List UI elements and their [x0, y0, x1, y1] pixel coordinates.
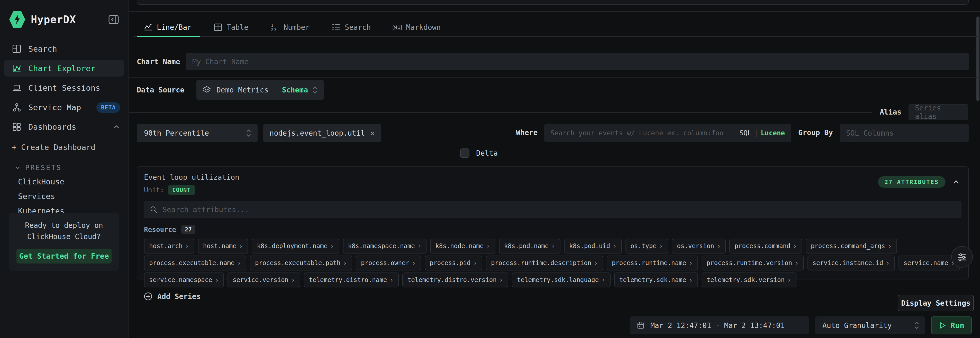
data-source-select[interactable]: Demo Metrics Schema — [196, 80, 324, 100]
chevron-right-icon: › — [795, 259, 799, 267]
chevron-right-icon: › — [412, 259, 416, 267]
attribute-chip[interactable]: k8s.deployment.name › — [252, 239, 339, 254]
attribute-chip[interactable]: telemetry.distro.name › — [304, 273, 399, 287]
add-series-button[interactable]: Add Series — [143, 292, 201, 301]
schema-link[interactable]: Schema — [282, 86, 308, 94]
attribute-chip[interactable]: k8s.node.name › — [430, 239, 495, 254]
metric-name: nodejs.event_loop.util — [270, 129, 365, 137]
chart-name-input[interactable]: My Chart Name — [186, 53, 969, 70]
attribute-chip[interactable]: telemetry.sdk.version › — [702, 273, 797, 287]
granularity-select[interactable]: Auto Granularity — [815, 316, 925, 335]
chevron-up-icon[interactable] — [952, 178, 961, 186]
toggle-separator: | — [751, 129, 761, 137]
attribute-chip[interactable]: host.arch › — [144, 239, 194, 254]
aggregation-select[interactable]: 90th Percentile — [137, 124, 258, 142]
markdown-icon — [393, 22, 402, 32]
sidebar-item-client-sessions[interactable]: Client Sessions — [4, 79, 124, 96]
create-dashboard-button[interactable]: + Create Dashboard — [12, 143, 128, 152]
metric-chip[interactable]: nodejs.event_loop.util × — [263, 124, 381, 142]
tab-markdown[interactable]: Markdown — [393, 20, 441, 35]
alias-label: Alias — [880, 108, 901, 116]
attribute-chip[interactable]: process.executable.name › — [144, 255, 246, 270]
tab-label: Markdown — [406, 23, 441, 32]
data-source-label: Data Source — [137, 86, 185, 94]
sidebar-item-search[interactable]: Search — [4, 41, 124, 57]
attribute-chip[interactable]: k8s.pod.name › — [499, 239, 560, 254]
floating-action-button[interactable] — [951, 246, 973, 268]
svg-text:2: 2 — [271, 27, 274, 32]
attribute-chip[interactable]: service.version › — [228, 273, 300, 287]
scrollbar-thumb[interactable] — [977, 16, 980, 101]
sidebar-item-dashboards[interactable]: Dashboards — [4, 119, 124, 135]
select-chevrons-icon — [913, 320, 920, 330]
alias-input[interactable]: Series alias — [908, 104, 968, 120]
group-by-input[interactable]: SQL Columns — [840, 124, 969, 142]
attribute-chip[interactable]: k8s.namespace.name › — [343, 239, 427, 254]
sql-option[interactable]: SQL — [739, 129, 751, 137]
query-controls-row: Mar 2 12:47:01 - Mar 2 13:47:01 Auto Gra… — [630, 316, 972, 335]
tab-line-bar[interactable]: Line/Bar — [143, 20, 191, 35]
attribute-chip[interactable]: process.command_args › — [806, 239, 897, 254]
attribute-chip[interactable]: host.name › — [198, 239, 248, 254]
where-search-input[interactable]: Search your events w/ Lucene ex. column:… — [544, 124, 791, 142]
attribute-chip-label: process.command — [735, 243, 790, 250]
attribute-chip[interactable]: telemetry.sdk.language › — [512, 273, 611, 287]
attribute-chip[interactable]: process.runtime.version › — [702, 255, 804, 270]
logo-row: HyperDX — [0, 0, 128, 28]
lucene-option[interactable]: Lucene — [761, 129, 785, 137]
attribute-chip[interactable]: process.executable.path › — [250, 255, 352, 270]
tab-number[interactable]: 123 Number — [270, 20, 310, 35]
delta-checkbox[interactable] — [460, 148, 469, 158]
attribute-chip[interactable]: process.owner › — [356, 255, 421, 270]
attribute-search-placeholder: Search attributes... — [162, 205, 249, 214]
attribute-chip[interactable]: k8s.pod.uid › — [564, 239, 622, 254]
tab-table[interactable]: Table — [213, 20, 248, 35]
display-settings-button[interactable]: Display Settings — [898, 295, 974, 311]
attribute-chip[interactable]: service.namespace › — [144, 273, 224, 287]
chevron-right-icon: › — [612, 242, 617, 250]
attribute-chip[interactable]: service.name › — [899, 255, 960, 270]
preset-item[interactable]: ClickHouse — [18, 177, 128, 186]
select-chevrons-icon — [245, 128, 252, 138]
chart-type-tabs: Line/Bar Table 123 Number Search Markdow… — [143, 20, 441, 35]
sidebar-item-chart-explorer[interactable]: Chart Explorer — [4, 60, 124, 76]
sidebar-collapse-icon[interactable] — [107, 13, 120, 26]
attribute-chip-label: k8s.pod.uid — [569, 243, 610, 250]
get-started-button[interactable]: Get Started for Free — [16, 249, 111, 263]
chevron-up-icon[interactable] — [113, 123, 120, 131]
alias-placeholder: Series alias — [915, 104, 962, 121]
sidebar-item-service-map[interactable]: Service Map BETA — [4, 99, 124, 116]
attribute-chip[interactable]: telemetry.sdk.name › — [614, 273, 698, 287]
attribute-chip-label: service.version — [233, 276, 288, 284]
resource-group-count: 27 — [181, 225, 196, 234]
attribute-chip[interactable]: process.runtime.name › — [607, 255, 698, 270]
attribute-chip[interactable]: process.pid › — [425, 255, 482, 270]
attribute-search-input[interactable]: Search attributes... — [144, 201, 961, 218]
tab-search[interactable]: Search — [331, 20, 371, 35]
attribute-chip[interactable]: service.instance.id › — [808, 255, 895, 270]
data-source-value: Demo Metrics — [216, 86, 268, 94]
query-language-toggle[interactable]: SQL|Lucene — [739, 129, 785, 137]
preset-item[interactable]: Services — [18, 192, 128, 201]
date-range-picker[interactable]: Mar 2 12:47:01 - Mar 2 13:47:01 — [630, 316, 809, 335]
attribute-chip-label: k8s.node.name — [435, 243, 484, 250]
attribute-chip-label: host.name — [203, 243, 237, 250]
search-icon — [150, 205, 158, 214]
presets-header[interactable]: PRESETS — [14, 163, 128, 171]
where-placeholder: Search your events w/ Lucene ex. column:… — [550, 129, 724, 137]
attribute-chip[interactable]: os.version › — [672, 239, 726, 254]
attribute-chip[interactable]: os.type › — [625, 239, 668, 254]
attribute-chip[interactable]: process.runtime.description › — [486, 255, 603, 270]
remove-metric-icon[interactable]: × — [370, 129, 375, 138]
attributes-count-badge: 27 ATTRIBUTES — [878, 176, 945, 188]
chart-name-row: Chart Name My Chart Name — [137, 53, 969, 70]
attribute-chip[interactable]: process.command › — [729, 239, 802, 254]
unit-value-badge: COUNT — [168, 185, 195, 195]
attribute-chip-label: process.runtime.description — [491, 259, 591, 267]
attribute-chip-label: telemetry.sdk.language — [517, 276, 599, 284]
dashboard-grid-icon — [12, 122, 22, 132]
attributes-badge-row: 27 ATTRIBUTES — [878, 176, 961, 188]
attribute-chip[interactable]: telemetry.distro.version › — [402, 273, 508, 287]
run-button[interactable]: Run — [931, 316, 972, 335]
series-builder-row: 90th Percentile nodejs.event_loop.util ×… — [129, 124, 980, 142]
